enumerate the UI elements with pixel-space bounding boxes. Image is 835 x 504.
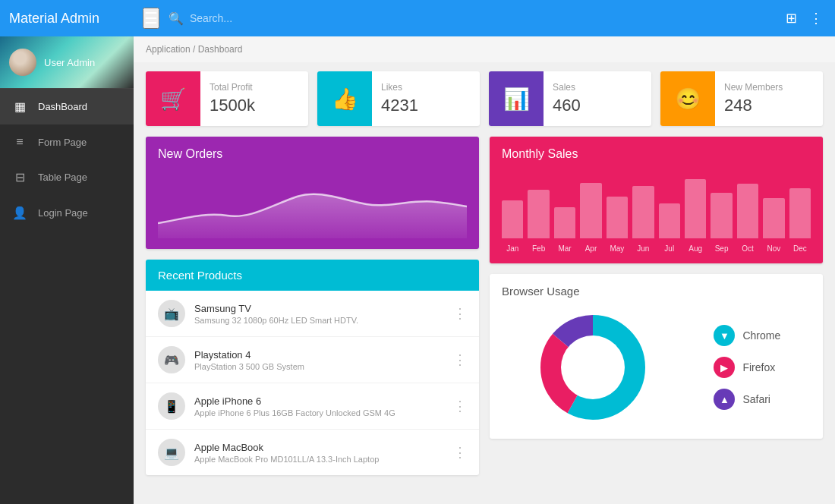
likes-label: Likes bbox=[381, 82, 418, 93]
chrome-label: Chrome bbox=[742, 329, 780, 342]
legend-chrome: ▼ Chrome bbox=[714, 325, 780, 346]
bar-col-mar bbox=[554, 207, 575, 238]
product-name-macbook: Apple MacBook bbox=[194, 442, 453, 453]
product-icon-iphone: 📱 bbox=[158, 392, 185, 420]
total-profit-value: 1500k bbox=[210, 96, 255, 115]
product-icon-tv: 📺 bbox=[158, 300, 185, 327]
bar-col-feb bbox=[528, 190, 549, 238]
form-icon: ≡ bbox=[12, 135, 27, 149]
bar-col-jan bbox=[502, 200, 523, 238]
bar-rect bbox=[659, 203, 680, 238]
sparkline-chart bbox=[158, 170, 467, 238]
bar-col-jun bbox=[632, 186, 654, 238]
legend-safari: ▲ Safari bbox=[714, 389, 780, 410]
sidebar-item-table-label: Table Page bbox=[38, 172, 87, 183]
bar-rect bbox=[607, 197, 628, 238]
bar-rect bbox=[711, 193, 732, 238]
main-layout: User Admin ▦ DashBoard ≡ Form Page ⊟ Tab… bbox=[0, 36, 835, 504]
product-info-ps4: Playstation 4 PlayStation 3 500 GB Syste… bbox=[194, 349, 453, 371]
bar-col-jul bbox=[659, 203, 680, 238]
search-bar: 🔍 bbox=[169, 11, 783, 26]
product-item-2: 📱 Apple iPhone 6 Apple iPhone 6 Plus 16G… bbox=[146, 383, 479, 430]
product-more-macbook[interactable]: ⋮ bbox=[453, 444, 467, 461]
bar-label-mar: Mar bbox=[554, 244, 575, 253]
svg-point-3 bbox=[561, 335, 625, 399]
left-column: New Orders bbox=[146, 137, 479, 475]
bar-col-apr bbox=[580, 183, 601, 238]
product-item-3: 💻 Apple MacBook Apple MacBook Pro MD101L… bbox=[146, 430, 479, 475]
product-icon-macbook: 💻 bbox=[158, 439, 185, 466]
bar-label-jun: Jun bbox=[632, 244, 654, 253]
bar-rect bbox=[502, 200, 523, 238]
browser-legend: ▼ Chrome ▶ Firefox ▲ Safari bbox=[714, 325, 780, 410]
bar-chart bbox=[502, 170, 811, 238]
bar-label-jul: Jul bbox=[659, 244, 680, 253]
breadcrumb: Application / Dashboard bbox=[134, 36, 835, 62]
new-members-info: New Members 248 bbox=[715, 71, 792, 126]
browser-usage-title: Browser Usage bbox=[502, 285, 811, 298]
topbar: Material Admin ☰ 🔍 ⊞ ⋮ bbox=[0, 0, 835, 36]
product-info-macbook: Apple MacBook Apple MacBook Pro MD101LL/… bbox=[194, 442, 453, 464]
bar-rect bbox=[685, 179, 706, 238]
product-item-0: 📺 Samsung TV Samsung 32 1080p 60Hz LED S… bbox=[146, 291, 479, 337]
search-icon: 🔍 bbox=[169, 11, 184, 26]
sidebar-item-table-page[interactable]: ⊟ Table Page bbox=[0, 159, 134, 195]
bar-col-aug bbox=[685, 179, 706, 238]
new-members-value: 248 bbox=[724, 96, 783, 115]
product-desc-macbook: Apple MacBook Pro MD101LL/A 13.3-Inch La… bbox=[194, 455, 453, 464]
more-icon-button[interactable]: ⋮ bbox=[806, 7, 826, 30]
product-name-ps4: Playstation 4 bbox=[194, 349, 453, 361]
bar-label-aug: Aug bbox=[685, 244, 706, 253]
avatar bbox=[9, 49, 36, 76]
bar-rect bbox=[528, 190, 549, 238]
likes-icon: 👍 bbox=[317, 71, 372, 126]
app-title: Material Admin bbox=[9, 11, 143, 27]
monthly-sales-card: Monthly Sales JanFebMarAprMayJunJulAugSe… bbox=[490, 137, 823, 263]
safari-dot: ▲ bbox=[714, 389, 735, 410]
product-name-iphone: Apple iPhone 6 bbox=[194, 395, 453, 407]
product-more-ps4[interactable]: ⋮ bbox=[453, 351, 467, 368]
likes-info: Likes 4231 bbox=[372, 71, 427, 126]
table-icon: ⊟ bbox=[12, 170, 27, 184]
product-icon-ps4: 🎮 bbox=[158, 346, 185, 373]
bar-label-dec: Dec bbox=[789, 244, 811, 253]
stat-card-likes: 👍 Likes 4231 bbox=[317, 71, 480, 126]
new-members-label: New Members bbox=[724, 82, 783, 93]
sidebar-item-form-page[interactable]: ≡ Form Page bbox=[0, 124, 134, 159]
dashboard-icon: ▦ bbox=[12, 99, 27, 114]
firefox-dot: ▶ bbox=[714, 357, 735, 378]
sales-value: 460 bbox=[553, 96, 581, 115]
total-profit-info: Total Profit 1500k bbox=[200, 71, 264, 126]
new-orders-card: New Orders bbox=[146, 137, 479, 249]
sales-label: Sales bbox=[553, 82, 581, 93]
search-input[interactable] bbox=[190, 12, 783, 24]
bar-label-sep: Sep bbox=[711, 244, 732, 253]
bar-rect bbox=[632, 186, 654, 238]
firefox-label: Firefox bbox=[742, 361, 775, 373]
two-column-layout: New Orders bbox=[146, 137, 823, 475]
safari-label: Safari bbox=[742, 393, 770, 405]
sidebar-item-dashboard-label: DashBoard bbox=[38, 101, 87, 112]
stat-card-new-members: 😊 New Members 248 bbox=[660, 71, 823, 126]
product-info-iphone: Apple iPhone 6 Apple iPhone 6 Plus 16GB … bbox=[194, 395, 453, 417]
product-more-iphone[interactable]: ⋮ bbox=[453, 398, 467, 414]
grid-icon-button[interactable]: ⊞ bbox=[783, 7, 800, 30]
donut-chart bbox=[532, 307, 654, 428]
recent-products-title: Recent Products bbox=[158, 269, 467, 282]
sidebar-item-dashboard[interactable]: ▦ DashBoard bbox=[0, 89, 134, 124]
right-column: Monthly Sales JanFebMarAprMayJunJulAugSe… bbox=[490, 137, 823, 475]
product-item-1: 🎮 Playstation 4 PlayStation 3 500 GB Sys… bbox=[146, 337, 479, 383]
stat-card-total-profit: 🛒 Total Profit 1500k bbox=[146, 71, 308, 126]
product-desc-ps4: PlayStation 3 500 GB System bbox=[194, 362, 453, 371]
bar-rect bbox=[580, 183, 601, 238]
sidebar-item-login-page[interactable]: 👤 Login Page bbox=[0, 195, 134, 231]
sidebar-nav: ▦ DashBoard ≡ Form Page ⊟ Table Page 👤 L… bbox=[0, 89, 134, 504]
sidebar-user: User Admin bbox=[0, 36, 134, 89]
bar-labels: JanFebMarAprMayJunJulAugSepOctNovDec bbox=[502, 244, 811, 253]
new-members-icon: 😊 bbox=[660, 71, 715, 126]
stat-cards: 🛒 Total Profit 1500k 👍 Likes 4231 📊 bbox=[146, 71, 823, 126]
total-profit-label: Total Profit bbox=[210, 82, 255, 93]
new-orders-title: New Orders bbox=[158, 147, 467, 161]
menu-icon[interactable]: ☰ bbox=[143, 8, 159, 29]
product-more-tv[interactable]: ⋮ bbox=[453, 305, 467, 322]
